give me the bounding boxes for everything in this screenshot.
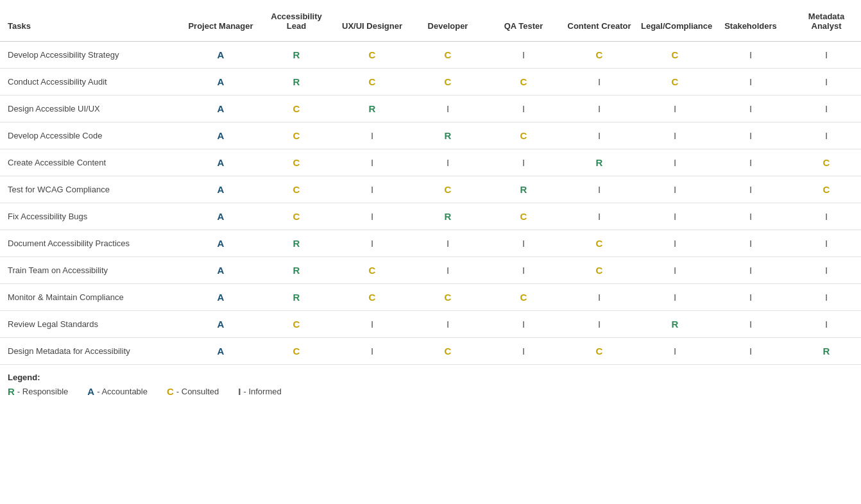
role-cell-cc: I	[561, 96, 637, 122]
role-cell-ux: I	[334, 122, 410, 149]
table-row: Train Team on AccessibilityARCIICIII	[0, 257, 861, 284]
role-cell-al: C	[259, 203, 334, 230]
legend-item: A- Accountable	[87, 386, 148, 397]
role-cell-cc: R	[561, 149, 637, 176]
role-cell-ma: R	[789, 338, 861, 365]
role-cell-al: C	[259, 122, 334, 149]
role-cell-ma: I	[789, 203, 861, 230]
role-cell-cc: I	[561, 284, 637, 311]
role-cell-qa: R	[486, 176, 561, 203]
role-cell-pm: A	[183, 338, 259, 365]
role-cell-al: C	[259, 149, 334, 176]
task-name-cell: Test for WCAG Compliance	[0, 176, 183, 203]
task-name-cell: Conduct Accessibility Audit	[0, 69, 183, 96]
role-cell-dev: R	[410, 203, 486, 230]
role-cell-sh: I	[713, 230, 789, 257]
table-row: Design Metadata for AccessibilityACICICI…	[0, 338, 861, 365]
task-name-cell: Document Accessibility Practices	[0, 230, 183, 257]
role-cell-lc: I	[637, 96, 713, 122]
task-name-cell: Fix Accessibility Bugs	[0, 203, 183, 230]
role-cell-lc: R	[637, 311, 713, 338]
legend-letter: I	[238, 386, 241, 397]
role-cell-dev: I	[410, 257, 486, 284]
role-cell-dev: I	[410, 311, 486, 338]
col-header-pm: Project Manager	[183, 6, 259, 42]
role-cell-dev: I	[410, 149, 486, 176]
role-cell-ux: I	[334, 149, 410, 176]
role-cell-ma: I	[789, 257, 861, 284]
role-cell-sh: I	[713, 311, 789, 338]
legend-letter: A	[87, 386, 94, 397]
role-cell-qa: I	[486, 338, 561, 365]
col-header-sh: Stakeholders	[713, 6, 789, 42]
role-cell-ux: I	[334, 203, 410, 230]
table-row: Test for WCAG ComplianceACICRIIIC	[0, 176, 861, 203]
role-cell-cc: C	[561, 257, 637, 284]
role-cell-al: R	[259, 42, 334, 69]
role-cell-al: C	[259, 311, 334, 338]
role-cell-sh: I	[713, 122, 789, 149]
role-cell-pm: A	[183, 69, 259, 96]
role-cell-al: R	[259, 230, 334, 257]
role-cell-sh: I	[713, 69, 789, 96]
role-cell-ux: C	[334, 284, 410, 311]
task-name-cell: Design Metadata for Accessibility	[0, 338, 183, 365]
role-cell-qa: I	[486, 96, 561, 122]
role-cell-sh: I	[713, 42, 789, 69]
legend-section: Legend: R- ResponsibleA- AccountableC- C…	[0, 365, 861, 402]
task-name-cell: Train Team on Accessibility	[0, 257, 183, 284]
table-row: Conduct Accessibility AuditARCCCICII	[0, 69, 861, 96]
legend-item: I- Informed	[238, 386, 281, 397]
role-cell-al: R	[259, 257, 334, 284]
role-cell-cc: I	[561, 203, 637, 230]
role-cell-pm: A	[183, 257, 259, 284]
role-cell-ux: C	[334, 257, 410, 284]
role-cell-ma: I	[789, 122, 861, 149]
role-cell-cc: I	[561, 69, 637, 96]
role-cell-sh: I	[713, 284, 789, 311]
role-cell-sh: I	[713, 203, 789, 230]
role-cell-dev: C	[410, 284, 486, 311]
legend-desc: - Responsible	[17, 387, 69, 396]
task-name-cell: Monitor & Maintain Compliance	[0, 284, 183, 311]
role-cell-lc: I	[637, 284, 713, 311]
role-cell-lc: C	[637, 42, 713, 69]
raci-table: Tasks Project Manager Accessibility Lead…	[0, 6, 861, 365]
role-cell-ux: C	[334, 69, 410, 96]
role-cell-sh: I	[713, 338, 789, 365]
role-cell-pm: A	[183, 311, 259, 338]
col-header-dev: Developer	[410, 6, 486, 42]
role-cell-ma: C	[789, 149, 861, 176]
raci-table-container: Tasks Project Manager Accessibility Lead…	[0, 0, 861, 504]
role-cell-qa: C	[486, 284, 561, 311]
role-cell-sh: I	[713, 149, 789, 176]
role-cell-dev: C	[410, 176, 486, 203]
legend-title: Legend:	[8, 373, 853, 382]
legend-letter: R	[8, 386, 15, 397]
role-cell-lc: I	[637, 203, 713, 230]
role-cell-pm: A	[183, 203, 259, 230]
legend-desc: - Informed	[243, 387, 281, 396]
table-row: Monitor & Maintain ComplianceARCCCIIII	[0, 284, 861, 311]
role-cell-al: C	[259, 96, 334, 122]
legend-items: R- ResponsibleA- AccountableC- Consulted…	[8, 386, 853, 397]
legend-letter: C	[167, 386, 174, 397]
role-cell-ux: I	[334, 176, 410, 203]
role-cell-pm: A	[183, 176, 259, 203]
role-cell-qa: I	[486, 42, 561, 69]
legend-desc: - Accountable	[97, 387, 148, 396]
role-cell-ma: I	[789, 96, 861, 122]
role-cell-dev: I	[410, 96, 486, 122]
role-cell-qa: C	[486, 122, 561, 149]
role-cell-qa: I	[486, 311, 561, 338]
role-cell-ux: I	[334, 230, 410, 257]
role-cell-pm: A	[183, 149, 259, 176]
role-cell-cc: C	[561, 42, 637, 69]
role-cell-dev: I	[410, 230, 486, 257]
role-cell-ma: I	[789, 284, 861, 311]
table-row: Review Legal StandardsACIIIIRII	[0, 311, 861, 338]
role-cell-cc: I	[561, 311, 637, 338]
role-cell-sh: I	[713, 257, 789, 284]
table-row: Create Accessible ContentACIIIRIIC	[0, 149, 861, 176]
role-cell-sh: I	[713, 96, 789, 122]
